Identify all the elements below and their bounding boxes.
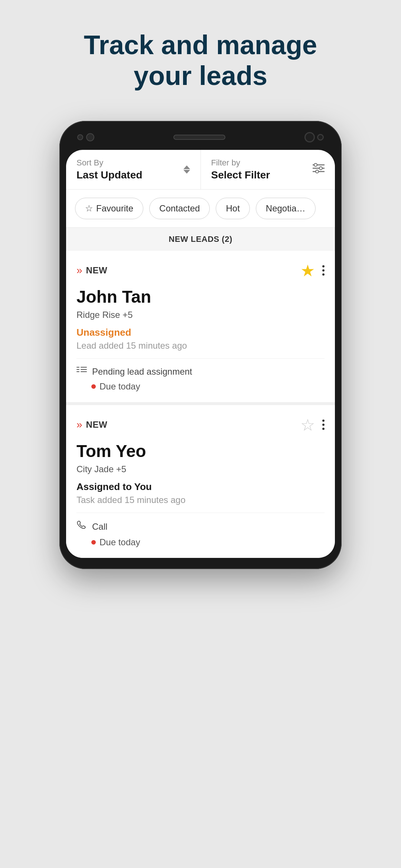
tag-hot[interactable]: Hot <box>216 198 250 219</box>
tag-negotia-label: Negotia… <box>266 203 306 214</box>
due-row: Due today <box>76 381 325 392</box>
speaker <box>173 135 225 140</box>
tag-contacted[interactable]: Contacted <box>149 198 210 219</box>
due-dot <box>91 384 96 389</box>
svg-point-3 <box>314 163 317 166</box>
phone-top-bar <box>66 132 335 150</box>
due-label-2: Due today <box>100 537 140 548</box>
section-header: NEW LEADS (2) <box>66 228 335 251</box>
svg-rect-10 <box>81 369 87 370</box>
lead-time: Lead added 15 minutes ago <box>76 341 325 351</box>
lead-status-badge-2: » NEW <box>76 419 107 431</box>
sort-filter-bar: Sort By Last Updated Filter by Select Fi… <box>66 150 335 190</box>
front-camera <box>304 132 315 142</box>
new-badge-icon: » <box>76 264 82 276</box>
dot-2b <box>322 424 325 426</box>
svg-point-4 <box>319 167 322 170</box>
cam-dot-2 <box>86 133 94 141</box>
section-header-label: NEW LEADS (2) <box>169 234 232 244</box>
page-title: Track and manage your leads <box>84 30 317 91</box>
tag-contacted-label: Contacted <box>159 203 200 214</box>
sensor <box>317 134 324 141</box>
task-row: Pending lead assignment <box>76 366 325 378</box>
filter-icon <box>313 162 325 176</box>
more-menu-button[interactable] <box>322 265 325 276</box>
tag-favourite[interactable]: ☆ Favourite <box>75 198 143 219</box>
task-label-2: Call <box>92 522 107 532</box>
sort-arrows-icon <box>183 165 190 174</box>
new-badge-icon-2: » <box>76 419 82 431</box>
due-label: Due today <box>100 381 140 392</box>
lead-actions: ★ <box>300 261 325 280</box>
svg-point-5 <box>316 170 319 173</box>
tags-row: ☆ Favourite Contacted Hot Negotia… <box>66 190 335 228</box>
star-outline-icon: ☆ <box>85 203 93 214</box>
tag-hot-label: Hot <box>226 203 239 214</box>
lead-task: Pending lead assignment Due today <box>76 358 325 392</box>
svg-rect-6 <box>76 367 79 368</box>
lead-assignment: Unassigned <box>76 327 325 338</box>
more-menu-button-2[interactable] <box>322 420 325 430</box>
favourite-star-filled[interactable]: ★ <box>300 261 315 280</box>
cam-dot-1 <box>77 134 83 140</box>
lead-status-badge: » NEW <box>76 264 107 276</box>
lead-project-2: City Jade +5 <box>76 464 325 474</box>
phone-mockup: Sort By Last Updated Filter by Select Fi… <box>59 121 342 569</box>
dot-3b <box>322 428 325 430</box>
sort-value: Last Updated <box>76 169 190 181</box>
filter-label: Filter by <box>211 158 325 168</box>
due-dot-2 <box>91 540 96 545</box>
lead-card-2[interactable]: » NEW ☆ Tom Yeo City Jade +5 <box>66 405 335 558</box>
lead-name-2: Tom Yeo <box>76 441 325 461</box>
task-list-icon <box>76 366 87 378</box>
lead-project-count: +5 <box>123 310 133 320</box>
dot-1 <box>322 265 325 267</box>
lead-project-count-2: +5 <box>116 464 126 474</box>
lead-status-text-2: NEW <box>86 420 108 430</box>
lead-time-2: Task added 15 minutes ago <box>76 495 325 505</box>
lead-card-header: » NEW ★ <box>76 261 325 280</box>
task-row-2: Call <box>76 520 325 533</box>
camera-left <box>77 133 94 141</box>
phone-screen: Sort By Last Updated Filter by Select Fi… <box>66 150 335 558</box>
due-row-2: Due today <box>76 537 325 548</box>
lead-assignment-2: Assigned to You <box>76 481 325 493</box>
svg-rect-11 <box>81 371 87 372</box>
lead-name: John Tan <box>76 287 325 307</box>
camera-right <box>304 132 324 142</box>
lead-card[interactable]: » NEW ★ John Tan Ridge Rise +5 <box>66 251 335 405</box>
dot-1b <box>322 420 325 422</box>
dot-3 <box>322 273 325 276</box>
tag-negotia[interactable]: Negotia… <box>256 198 316 219</box>
lead-task-2: Call Due today <box>76 513 325 548</box>
lead-card-header-2: » NEW ☆ <box>76 415 325 434</box>
lead-status-text: NEW <box>86 265 108 276</box>
lead-actions-2: ☆ <box>300 415 325 434</box>
tag-favourite-label: Favourite <box>96 203 133 214</box>
lead-project: Ridge Rise +5 <box>76 310 325 320</box>
favourite-star-empty[interactable]: ☆ <box>300 415 315 434</box>
svg-rect-9 <box>81 367 87 368</box>
svg-rect-7 <box>76 369 79 370</box>
sort-section[interactable]: Sort By Last Updated <box>66 150 201 189</box>
task-label: Pending lead assignment <box>92 366 192 377</box>
filter-section[interactable]: Filter by Select Filter <box>201 150 335 189</box>
call-icon <box>76 520 87 533</box>
dot-2 <box>322 269 325 272</box>
sort-label: Sort By <box>76 158 190 168</box>
svg-rect-8 <box>76 371 79 372</box>
filter-value: Select Filter <box>211 169 325 181</box>
